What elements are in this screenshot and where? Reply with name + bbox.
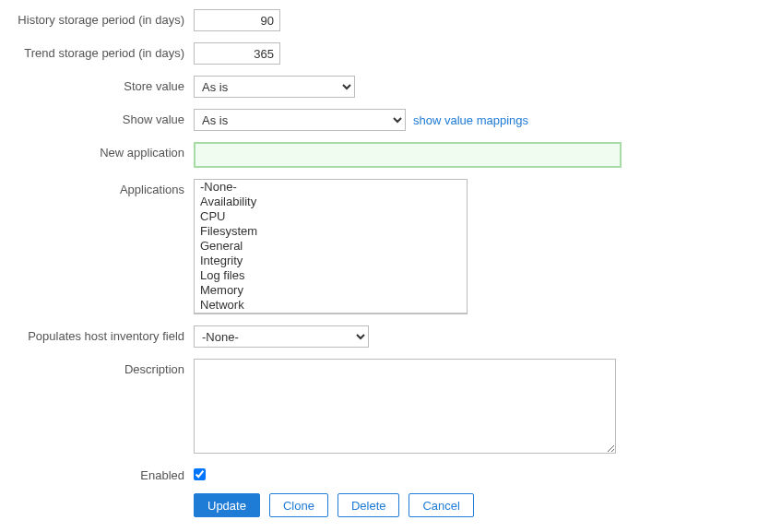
applications-option[interactable]: General: [195, 239, 467, 254]
populates-host-inventory-select[interactable]: -None-: [194, 325, 369, 348]
applications-option[interactable]: -None-: [195, 180, 467, 195]
new-application-label: New application: [0, 142, 194, 160]
history-storage-label: History storage period (in days): [0, 9, 194, 27]
show-value-label: Show value: [0, 109, 194, 126]
trend-storage-input[interactable]: [194, 42, 280, 65]
trend-storage-label: Trend storage period (in days): [0, 42, 194, 60]
applications-option[interactable]: Memory: [195, 283, 467, 298]
cancel-button[interactable]: Cancel: [409, 493, 473, 517]
populates-host-inventory-label: Populates host inventory field: [0, 325, 194, 343]
history-storage-input[interactable]: [194, 9, 280, 31]
enabled-label: Enabled: [0, 465, 194, 482]
enabled-checkbox[interactable]: [194, 468, 206, 480]
applications-option[interactable]: Availability: [195, 195, 467, 209]
clone-button[interactable]: Clone: [269, 493, 328, 517]
applications-listbox[interactable]: -None-AvailabilityCPUFilesystemGeneralIn…: [194, 179, 468, 314]
new-application-input[interactable]: [194, 142, 622, 168]
description-label: Description: [0, 359, 194, 376]
applications-option[interactable]: nginx_stat: [195, 313, 467, 314]
applications-option[interactable]: Filesystem: [195, 224, 467, 239]
show-value-mappings-link[interactable]: show value mappings: [413, 113, 528, 127]
applications-label: Applications: [0, 179, 194, 196]
delete-button[interactable]: Delete: [338, 493, 400, 517]
store-value-select[interactable]: As is: [194, 76, 355, 98]
store-value-label: Store value: [0, 76, 194, 93]
applications-option[interactable]: CPU: [195, 209, 467, 224]
applications-option[interactable]: Integrity: [195, 254, 467, 268]
description-textarea[interactable]: [194, 359, 616, 454]
update-button[interactable]: Update: [194, 493, 260, 517]
applications-option[interactable]: Network: [195, 298, 467, 313]
applications-option[interactable]: Log files: [195, 268, 467, 283]
show-value-select[interactable]: As is: [194, 109, 406, 131]
